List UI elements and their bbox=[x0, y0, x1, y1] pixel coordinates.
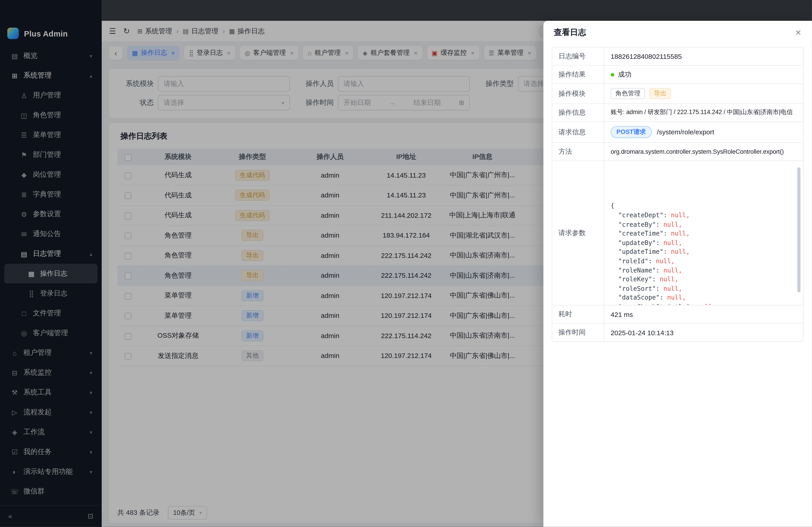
export-tag: 导出 bbox=[649, 88, 671, 99]
operation-info-value: 账号: admin / 研发部门 / 222.175.114.242 / 中国|… bbox=[605, 104, 803, 121]
detail-label: 操作时间 bbox=[552, 324, 604, 342]
detail-row-module: 操作模块 角色管理 导出 bbox=[552, 84, 803, 104]
detail-row-time: 操作时间 2025-01-24 10:14:13 bbox=[552, 324, 803, 342]
json-line: "roleSort": null, bbox=[611, 284, 797, 294]
detail-row-request: 请求信息 POST请求 /system/role/export bbox=[552, 122, 803, 143]
json-line: "menuCheckStrictly": null, bbox=[611, 303, 797, 305]
detail-row-params: 请求参数 { "createDept": null, "createBy": n… bbox=[552, 161, 803, 305]
json-line: "createDept": null, bbox=[611, 211, 797, 220]
detail-label: 操作信息 bbox=[552, 104, 604, 121]
json-line: "createTime": null, bbox=[611, 229, 797, 239]
detail-row-log-id: 日志编号 1882612840802115585 bbox=[552, 47, 803, 65]
detail-label: 请求参数 bbox=[552, 161, 604, 305]
method-value: org.dromara.system.controller.system.Sys… bbox=[605, 143, 803, 161]
json-code-block[interactable]: { "createDept": null, "createBy": null, … bbox=[605, 161, 803, 305]
json-line: "createBy": null, bbox=[611, 220, 797, 229]
detail-row-result: 操作结果 成功 bbox=[552, 65, 803, 84]
json-line: "dataScope": null, bbox=[611, 293, 797, 303]
json-line: "roleId": null, bbox=[611, 257, 797, 266]
drawer-title: 查看日志 bbox=[554, 27, 586, 38]
success-dot-icon bbox=[611, 73, 614, 76]
detail-label: 日志编号 bbox=[552, 47, 604, 65]
detail-label: 方法 bbox=[552, 143, 604, 161]
result-value: 成功 bbox=[605, 65, 803, 84]
duration-value: 421 ms bbox=[605, 305, 803, 323]
json-line: { bbox=[611, 202, 797, 211]
json-line: "updateTime": null, bbox=[611, 248, 797, 257]
operation-time-value: 2025-01-24 10:14:13 bbox=[605, 324, 803, 342]
json-line: "roleKey": null, bbox=[611, 275, 797, 284]
json-line: "roleName": null, bbox=[611, 266, 797, 275]
app-root: Plus Admin ▤ 概览 ▾ ⊞ 系统管理 ▴ ♙ 用户管理 bbox=[0, 0, 812, 527]
module-tag: 角色管理 bbox=[611, 88, 645, 99]
json-line: "updateBy": null, bbox=[611, 239, 797, 248]
log-details: 日志编号 1882612840802115585 操作结果 成功 操作模块 角色… bbox=[552, 47, 804, 342]
request-params-value: { "createDept": null, "createBy": null, … bbox=[605, 161, 803, 305]
view-log-drawer: 查看日志 ✕ 日志编号 1882612840802115585 操作结果 成功 … bbox=[543, 21, 812, 527]
detail-label: 耗时 bbox=[552, 305, 604, 323]
post-method-badge: POST请求 bbox=[611, 126, 652, 138]
request-path: /system/role/export bbox=[657, 128, 714, 136]
detail-label: 操作结果 bbox=[552, 65, 604, 84]
detail-row-method: 方法 org.dromara.system.controller.system.… bbox=[552, 143, 803, 161]
detail-row-duration: 耗时 421 ms bbox=[552, 305, 803, 324]
drawer-header: 查看日志 ✕ bbox=[543, 21, 812, 47]
scrollbar-thumb[interactable] bbox=[797, 167, 800, 292]
close-icon[interactable]: ✕ bbox=[795, 28, 801, 37]
detail-row-info: 操作信息 账号: admin / 研发部门 / 222.175.114.242 … bbox=[552, 104, 803, 122]
detail-label: 请求信息 bbox=[552, 122, 604, 142]
request-info-value: POST请求 /system/role/export bbox=[605, 122, 803, 142]
module-value: 角色管理 导出 bbox=[605, 84, 803, 103]
detail-label: 操作模块 bbox=[552, 84, 604, 103]
log-id-value: 1882612840802115585 bbox=[605, 47, 803, 65]
result-text: 成功 bbox=[618, 70, 632, 79]
